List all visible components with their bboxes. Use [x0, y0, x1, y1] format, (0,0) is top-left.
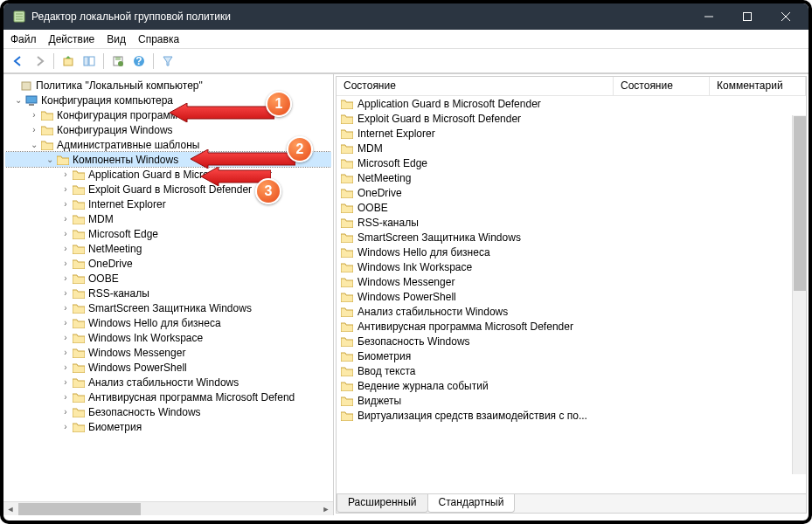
- tab-standard[interactable]: Стандартный: [427, 494, 516, 513]
- list-row[interactable]: MDM: [337, 141, 806, 155]
- list-row[interactable]: Windows Ink Workspace: [337, 259, 806, 274]
- list-row[interactable]: Безопасность Windows: [337, 334, 806, 348]
- tree-item[interactable]: ›Windows Messenger: [5, 345, 331, 360]
- list-row[interactable]: Ведение журнала событий: [337, 378, 806, 393]
- tab-extended[interactable]: Расширенный: [337, 494, 428, 513]
- show-hide-tree-button[interactable]: [80, 52, 99, 71]
- tree-item[interactable]: ›Windows Hello для бизнеса: [5, 315, 331, 330]
- col-state[interactable]: Состояние: [337, 77, 614, 95]
- list-row[interactable]: Антивирусная программа Microsoft Defende…: [337, 319, 806, 334]
- expand-icon[interactable]: ›: [59, 199, 72, 209]
- tree-pane: Политика "Локальный компьютер" ⌄ Конфигу…: [3, 74, 334, 515]
- tree-item[interactable]: ›Безопасность Windows: [5, 404, 331, 419]
- expand-icon[interactable]: ›: [59, 362, 72, 372]
- menu-action[interactable]: Действие: [49, 33, 95, 45]
- list-row[interactable]: Microsoft Edge: [337, 155, 806, 170]
- forward-button[interactable]: [30, 52, 49, 71]
- export-list-button[interactable]: [108, 52, 128, 71]
- col-comment[interactable]: Комментарий: [710, 77, 806, 95]
- list-row[interactable]: SmartScreen Защитника Windows: [337, 230, 806, 245]
- expand-icon[interactable]: ›: [59, 303, 72, 313]
- tree-item[interactable]: ›Windows PowerShell: [5, 360, 331, 375]
- list-label: Windows Ink Workspace: [357, 261, 472, 273]
- expand-icon[interactable]: ›: [59, 348, 72, 357]
- list-row[interactable]: Ввод текста: [337, 363, 806, 378]
- tree-item[interactable]: ›Windows Ink Workspace: [5, 330, 331, 345]
- col-status[interactable]: Состояние: [614, 77, 710, 95]
- tree-admin-templates[interactable]: ⌄ Административные шаблоны: [5, 137, 331, 152]
- tree-item[interactable]: ›Exploit Guard в Microsoft Defender: [5, 182, 331, 196]
- expand-icon[interactable]: ›: [28, 125, 40, 134]
- tree-item[interactable]: ›NetMeeting: [5, 241, 331, 256]
- expand-icon[interactable]: ›: [59, 259, 72, 268]
- list-row[interactable]: Виджеты: [337, 393, 806, 408]
- tree-item[interactable]: ›Internet Explorer: [5, 196, 331, 211]
- menu-view[interactable]: Вид: [107, 33, 126, 45]
- list-row[interactable]: Internet Explorer: [337, 126, 806, 141]
- list-row[interactable]: Windows PowerShell: [337, 289, 806, 304]
- list-row[interactable]: Анализ стабильности Windows: [337, 304, 806, 319]
- tree-item[interactable]: ›Microsoft Edge: [5, 226, 331, 241]
- up-button[interactable]: [59, 52, 78, 71]
- folder-icon: [340, 380, 354, 392]
- svg-rect-10: [89, 57, 94, 66]
- tree-prog-config[interactable]: › Конфигурация программ: [5, 107, 331, 122]
- list-row[interactable]: Windows Hello для бизнеса: [337, 245, 806, 259]
- list-label: Exploit Guard в Microsoft Defender: [357, 113, 521, 125]
- back-button[interactable]: [9, 52, 28, 71]
- list-row[interactable]: Exploit Guard в Microsoft Defender: [337, 111, 806, 126]
- expand-icon[interactable]: ›: [59, 169, 72, 179]
- close-button[interactable]: [767, 3, 805, 30]
- tree-item[interactable]: ›SmartScreen Защитника Windows: [5, 300, 331, 315]
- tree-item[interactable]: ›Application Guard в Microsoft Defender: [5, 167, 331, 182]
- menu-help[interactable]: Справка: [138, 33, 179, 45]
- expand-icon[interactable]: ›: [59, 288, 72, 298]
- tree-item[interactable]: ›RSS-каналы: [5, 286, 331, 300]
- tree-computer-config[interactable]: ⌄ Конфигурация компьютера: [5, 93, 331, 107]
- list-row[interactable]: Биометрия: [337, 348, 806, 363]
- folder-icon: [72, 391, 86, 403]
- list-label: Антивирусная программа Microsoft Defende…: [357, 321, 573, 333]
- minimize-button[interactable]: [690, 3, 728, 30]
- list-row[interactable]: OneDrive: [337, 185, 806, 200]
- expand-icon[interactable]: ›: [59, 273, 72, 283]
- tree-root[interactable]: Политика "Локальный компьютер": [5, 78, 331, 93]
- expand-icon[interactable]: ›: [28, 110, 40, 120]
- filter-button[interactable]: [158, 52, 177, 71]
- expand-icon[interactable]: ›: [59, 318, 72, 328]
- tree-win-components[interactable]: ⌄ Компоненты Windows: [5, 152, 331, 167]
- tree-item[interactable]: ›OOBE: [5, 271, 331, 286]
- tree-item[interactable]: ›MDM: [5, 211, 331, 226]
- tree-item[interactable]: ›Антивирусная программа Microsoft Defend: [5, 390, 331, 404]
- expand-icon[interactable]: ›: [59, 407, 72, 417]
- expand-icon[interactable]: ›: [59, 333, 72, 342]
- list-row[interactable]: OOBE: [337, 200, 806, 215]
- folder-icon: [340, 128, 354, 140]
- list-label: Ввод текста: [357, 365, 415, 377]
- expand-icon[interactable]: ›: [59, 214, 72, 224]
- menu-file[interactable]: Файл: [10, 33, 37, 45]
- expand-icon[interactable]: ⌄: [44, 155, 56, 164]
- tree-item[interactable]: ›Анализ стабильности Windows: [5, 375, 331, 390]
- expand-icon[interactable]: ›: [59, 377, 72, 387]
- expand-icon[interactable]: ›: [59, 392, 72, 402]
- tree-item[interactable]: ›OneDrive: [5, 256, 331, 271]
- list-row[interactable]: RSS-каналы: [337, 215, 806, 230]
- help-button[interactable]: ?: [129, 52, 149, 71]
- maximize-button[interactable]: [728, 3, 767, 30]
- list-row[interactable]: NetMeeting: [337, 170, 806, 185]
- list-row[interactable]: Windows Messenger: [337, 274, 806, 289]
- tree-win-config[interactable]: › Конфигурация Windows: [5, 122, 331, 137]
- expand-icon[interactable]: ›: [59, 184, 72, 194]
- tree-h-scrollbar[interactable]: ◄►: [3, 501, 333, 515]
- expand-icon[interactable]: ⌄: [12, 95, 24, 105]
- expand-icon[interactable]: ›: [59, 244, 72, 253]
- tree-item[interactable]: ›Биометрия: [5, 419, 331, 434]
- expand-icon[interactable]: ⌄: [28, 140, 40, 149]
- tree-label: Конфигурация компьютера: [41, 94, 173, 107]
- expand-icon[interactable]: ›: [59, 422, 72, 431]
- list-v-scrollbar[interactable]: [792, 115, 806, 474]
- list-row[interactable]: Application Guard в Microsoft Defender: [337, 96, 806, 111]
- expand-icon[interactable]: ›: [59, 229, 72, 238]
- list-row[interactable]: Виртуализация средств взаимодействия с п…: [337, 408, 806, 423]
